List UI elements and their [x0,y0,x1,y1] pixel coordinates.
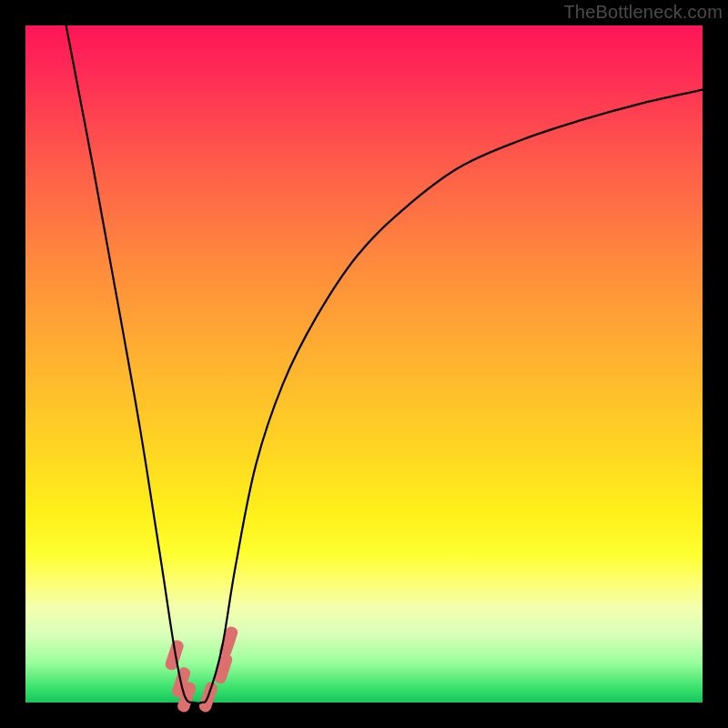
primary-curve [66,25,703,703]
markers-group [164,625,239,713]
curve-svg [25,25,703,703]
trough-marker [213,652,234,685]
watermark-text: TheBottleneck.com [563,2,723,23]
plot-area [25,25,703,703]
chart-frame: TheBottleneck.com [0,0,728,728]
